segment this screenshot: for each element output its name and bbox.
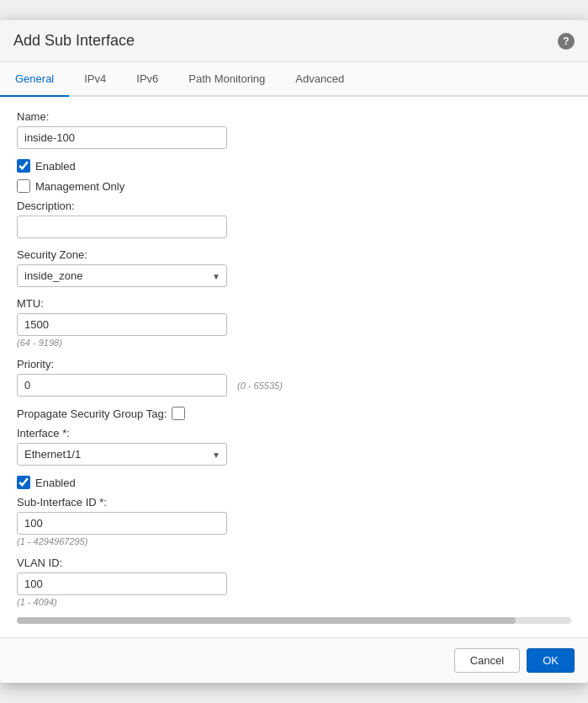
ok-button[interactable]: OK	[527, 648, 575, 673]
enabled-checkbox[interactable]	[17, 159, 30, 173]
interface-enabled-checkbox[interactable]	[17, 476, 30, 489]
add-sub-interface-dialog: Add Sub Interface ? General IPv4 IPv6 Pa…	[0, 20, 588, 683]
sub-interface-id-label: Sub-Interface ID *:	[17, 496, 571, 509]
tabs-container: General IPv4 IPv6 Path Monitoring Advanc…	[0, 62, 588, 97]
vlan-id-input[interactable]	[17, 573, 227, 595]
priority-label: Priority:	[17, 358, 571, 370]
sub-interface-id-input[interactable]	[17, 512, 227, 535]
enabled-row: Enabled	[17, 159, 571, 173]
tab-general[interactable]: General	[0, 62, 69, 97]
dialog-body: Name: Enabled Management Only Descriptio…	[0, 97, 588, 637]
management-only-row: Management Only	[17, 179, 571, 193]
name-input[interactable]	[17, 126, 227, 149]
mtu-label: MTU:	[17, 297, 571, 310]
security-zone-wrapper: inside_zone ▼	[17, 264, 227, 287]
vlan-id-group: VLAN ID: (1 - 4094)	[17, 557, 571, 607]
propagate-sgt-checkbox[interactable]	[172, 407, 185, 420]
mtu-input[interactable]	[17, 313, 227, 336]
interface-wrapper: Ethernet1/1 ▼	[17, 443, 227, 466]
interface-enabled-row: Enabled	[17, 476, 571, 489]
dialog-header: Add Sub Interface ?	[0, 20, 588, 62]
priority-row: (0 - 65535)	[17, 374, 571, 397]
tab-advanced[interactable]: Advanced	[280, 62, 359, 97]
description-group: Description:	[17, 200, 571, 238]
priority-hint: (0 - 65535)	[237, 381, 283, 391]
management-only-label: Management Only	[35, 180, 124, 193]
cancel-button[interactable]: Cancel	[454, 648, 520, 673]
scrollbar-area	[17, 617, 571, 624]
management-only-checkbox[interactable]	[17, 179, 30, 193]
interface-select[interactable]: Ethernet1/1	[17, 443, 227, 466]
scrollbar-thumb[interactable]	[17, 617, 516, 624]
name-group: Name:	[17, 110, 571, 149]
tab-ipv4[interactable]: IPv4	[69, 62, 121, 97]
interface-enabled-label: Enabled	[35, 477, 76, 489]
sub-interface-id-group: Sub-Interface ID *: (1 - 4294967295)	[17, 496, 571, 546]
security-zone-group: Security Zone: inside_zone ▼	[17, 248, 571, 287]
vlan-id-label: VLAN ID:	[17, 557, 571, 569]
security-zone-select[interactable]: inside_zone	[17, 264, 227, 287]
dialog-title: Add Sub Interface	[13, 32, 135, 50]
mtu-hint: (64 - 9198)	[17, 338, 571, 348]
interface-group: Interface *: Ethernet1/1 ▼	[17, 427, 571, 466]
security-zone-label: Security Zone:	[17, 248, 571, 261]
priority-group: Priority: (0 - 65535)	[17, 358, 571, 397]
priority-input[interactable]	[17, 374, 227, 397]
tab-path-monitoring[interactable]: Path Monitoring	[173, 62, 280, 97]
help-icon[interactable]: ?	[558, 33, 575, 50]
propagate-sgt-label: Propagate Security Group Tag:	[17, 407, 167, 420]
enabled-label: Enabled	[35, 160, 76, 173]
propagate-sgt-row: Propagate Security Group Tag:	[17, 407, 571, 420]
vlan-id-hint: (1 - 4094)	[17, 597, 571, 607]
name-label: Name:	[17, 110, 571, 123]
description-label: Description:	[17, 200, 571, 212]
tab-ipv6[interactable]: IPv6	[121, 62, 173, 97]
mtu-group: MTU: (64 - 9198)	[17, 297, 571, 348]
sub-interface-id-hint: (1 - 4294967295)	[17, 536, 571, 546]
description-input[interactable]	[17, 216, 227, 238]
dialog-footer: Cancel OK	[0, 637, 588, 683]
interface-label: Interface *:	[17, 427, 571, 439]
